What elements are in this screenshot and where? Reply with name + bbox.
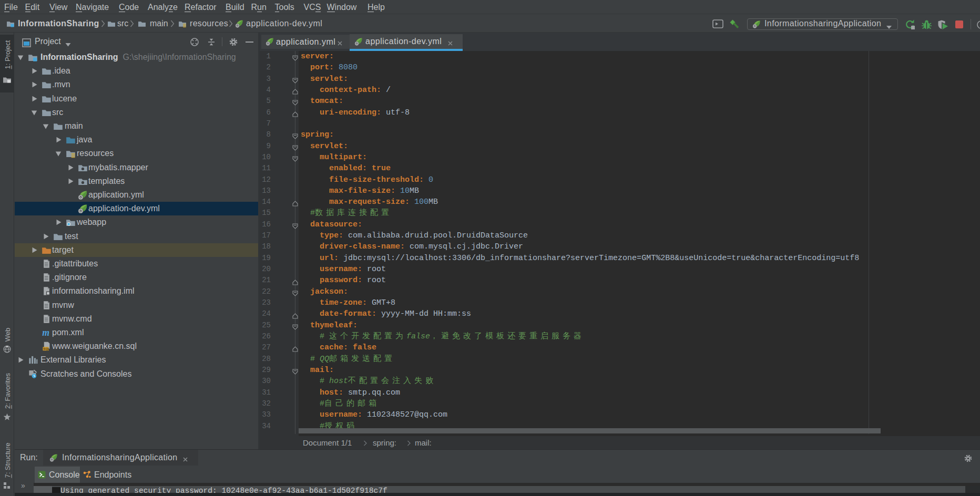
svg-text:m: m xyxy=(42,328,49,338)
svg-text:SQL: SQL xyxy=(43,347,50,350)
